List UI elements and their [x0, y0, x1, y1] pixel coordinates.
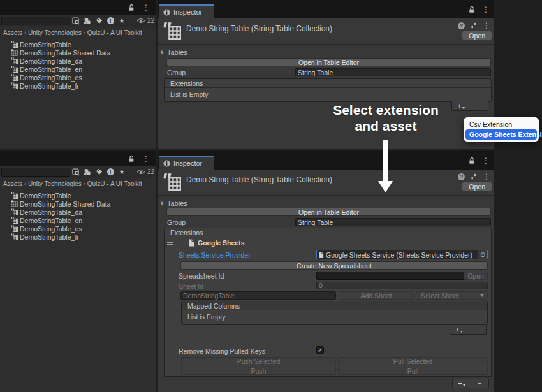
asset-doc-icon	[319, 252, 324, 258]
help-icon[interactable]: ?	[458, 22, 465, 29]
object-picker-icon[interactable]: ⊙	[478, 250, 487, 259]
add-column-button[interactable]: +	[450, 325, 468, 334]
list-item[interactable]: DemoStringTable	[0, 40, 156, 48]
filter-by-label-icon[interactable]	[93, 16, 105, 26]
sheet-id-label: Sheet Id	[179, 282, 203, 290]
group-field[interactable]: String Table	[295, 68, 491, 76]
list-item[interactable]: DemoStringTable_es	[0, 224, 156, 233]
breadcrumb-separator: ›	[24, 180, 26, 187]
favorites-icon[interactable]: ★	[116, 16, 128, 26]
breadcrumb-unity-technologies[interactable]: Unity Technologies	[28, 29, 82, 36]
breadcrumb-assets[interactable]: Assets	[3, 29, 22, 36]
extension-context-menu: Csv Extension Google Sheets Extension	[464, 117, 539, 142]
saved-search-icon[interactable]	[70, 167, 82, 177]
remove-extension-button[interactable]: −	[470, 101, 488, 110]
asset-list: DemoStringTable DemoStringTable Shared D…	[0, 189, 156, 241]
open-button[interactable]: Open	[462, 182, 492, 191]
list-item[interactable]: DemoStringTable_fr	[0, 233, 156, 241]
extensions-header[interactable]: Extensions	[165, 79, 491, 88]
google-sheets-title: Google Sheets	[188, 239, 245, 247]
search-input[interactable]	[1, 17, 70, 25]
string-table-icon	[11, 208, 18, 215]
mapped-columns-footer: + −	[450, 325, 487, 335]
favorites-icon[interactable]: ★	[116, 167, 128, 177]
unlock-icon[interactable]	[128, 155, 135, 163]
string-table-icon	[11, 41, 18, 48]
string-table-icon	[11, 225, 18, 232]
unlock-icon[interactable]	[128, 4, 135, 11]
sheets-service-provider-label[interactable]: Sheets Service Provider	[179, 251, 251, 259]
breadcrumb-quizu[interactable]: QuizU - A UI Toolkit	[87, 29, 142, 36]
presets-icon[interactable]	[470, 22, 478, 29]
presets-icon[interactable]	[470, 173, 478, 180]
tab-inspector[interactable]: Inspector	[159, 4, 214, 18]
spreadsheet-id-input[interactable]	[316, 272, 471, 280]
saved-search-icon[interactable]	[70, 16, 82, 26]
remove-missing-pulled-keys-checkbox[interactable]: ✓	[316, 346, 324, 354]
list-item[interactable]: DemoStringTable_es	[0, 73, 156, 82]
shared-table-data-icon	[11, 200, 18, 207]
help-icon[interactable]: ?	[458, 173, 465, 180]
open-in-table-editor-button[interactable]: Open in Table Editor	[166, 208, 491, 216]
tables-foldout[interactable]: Tables	[161, 200, 187, 207]
list-item[interactable]: DemoStringTable	[0, 191, 156, 200]
hidden-count[interactable]: 22	[136, 17, 154, 24]
create-new-spreadsheet-button[interactable]: Create New Spreadsheet	[180, 261, 488, 270]
context-menu-icon[interactable]: ⋮	[483, 173, 490, 180]
group-field[interactable]: String Table	[295, 218, 491, 226]
asset-list: DemoStringTable DemoStringTable Shared D…	[0, 38, 156, 90]
extensions-empty: List is Empty	[165, 88, 491, 101]
panel-menu-icon[interactable]: ⋮	[482, 6, 490, 13]
tab-inspector[interactable]: Inspector	[159, 156, 214, 170]
list-item[interactable]: DemoStringTable_en	[0, 216, 156, 224]
list-item[interactable]: DemoStringTable_da	[0, 208, 156, 216]
extensions-header[interactable]: Extensions	[165, 228, 491, 237]
filter-by-type-icon[interactable]	[82, 16, 93, 26]
panel-menu-icon[interactable]: ⋮	[142, 4, 150, 11]
breadcrumb: Assets › Unity Technologies › QuizU - A …	[0, 27, 156, 38]
open-in-table-editor-button[interactable]: Open in Table Editor	[166, 58, 491, 66]
project-titlebar: ⋮	[0, 151, 156, 166]
string-table-icon	[11, 57, 18, 64]
remove-extension-button[interactable]: −	[471, 379, 488, 388]
warning-filter-icon[interactable]: !	[105, 167, 116, 177]
breadcrumb-unity-technologies[interactable]: Unity Technologies	[28, 180, 82, 187]
warning-filter-icon[interactable]: !	[105, 16, 116, 26]
menu-item-csv-extension[interactable]: Csv Extension	[465, 119, 537, 129]
remove-missing-pulled-keys-label: Remove Missing Pulled Keys	[179, 347, 265, 355]
extensions-list-footer: + −	[451, 101, 488, 111]
mapped-columns-header[interactable]: Mapped Columns	[182, 301, 487, 310]
panel-menu-icon[interactable]: ⋮	[142, 156, 150, 162]
context-menu-icon[interactable]: ⋮	[483, 22, 490, 29]
add-extension-button[interactable]: +	[453, 379, 471, 388]
breadcrumb-assets[interactable]: Assets	[3, 180, 22, 187]
spreadsheet-open-button: Open	[464, 272, 488, 280]
list-item[interactable]: DemoStringTable_fr	[0, 82, 156, 90]
hidden-count[interactable]: 22	[136, 168, 154, 175]
list-item[interactable]: DemoStringTable Shared Data	[0, 48, 156, 57]
list-item[interactable]: DemoStringTable_en	[0, 65, 156, 73]
plus-dropdown-caret-icon	[462, 107, 465, 109]
string-table-icon	[11, 82, 18, 89]
menu-item-google-sheets-extension[interactable]: Google Sheets Extension	[465, 129, 537, 140]
open-button[interactable]: Open	[462, 31, 492, 40]
tables-foldout[interactable]: Tables	[161, 48, 187, 56]
unlock-icon[interactable]	[469, 6, 475, 13]
sheet-name-input: DemoStringTable	[180, 291, 336, 300]
string-table-icon	[11, 66, 18, 73]
list-item[interactable]: DemoStringTable Shared Data	[0, 200, 156, 208]
search-input[interactable]	[1, 168, 70, 177]
info-icon	[163, 9, 170, 16]
breadcrumb-separator: ›	[84, 29, 85, 36]
string-table-icon	[11, 217, 18, 224]
drag-handle-icon[interactable]	[167, 242, 173, 246]
remove-column-button[interactable]: −	[468, 325, 486, 334]
list-item[interactable]: DemoStringTable_da	[0, 57, 156, 65]
breadcrumb-quizu[interactable]: QuizU - A UI Toolkit	[87, 180, 142, 187]
sheets-service-provider-field[interactable]: Google Sheets Service (Sheets Service Pr…	[316, 250, 488, 259]
filter-by-label-icon[interactable]	[93, 167, 105, 177]
panel-menu-icon[interactable]: ⋮	[482, 157, 490, 164]
unlock-icon[interactable]	[469, 157, 475, 164]
foldout-arrow-icon	[161, 201, 164, 206]
filter-by-type-icon[interactable]	[82, 167, 93, 177]
